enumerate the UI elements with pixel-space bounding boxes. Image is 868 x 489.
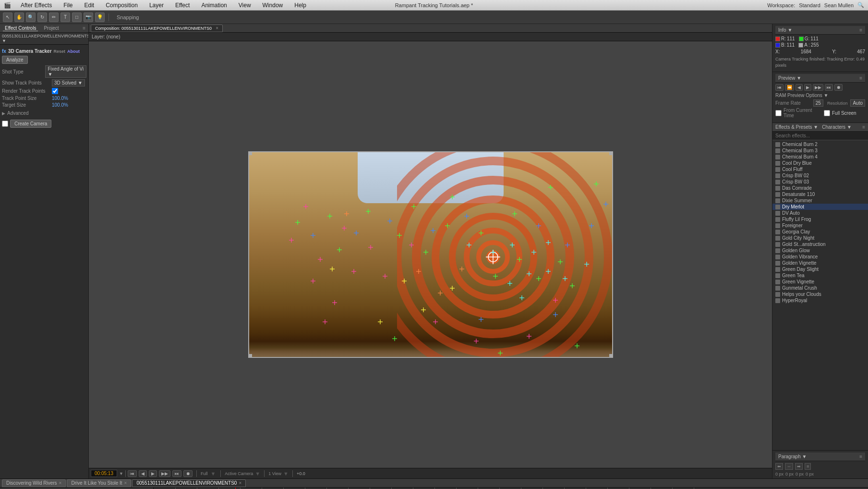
- btn-preview-prev[interactable]: ◀: [796, 84, 803, 91]
- effect-item-19[interactable]: Golden Vignette: [772, 260, 868, 266]
- tl-tab-close-1[interactable]: ×: [59, 480, 62, 486]
- shot-type-value[interactable]: Fixed Angle of Vi ▼: [45, 65, 86, 78]
- characters-title[interactable]: Characters ▼: [822, 124, 852, 130]
- tl-tab-drive-it[interactable]: Drive It Like You Stole It ×: [67, 479, 131, 487]
- btn-preview-loop[interactable]: ⏺: [834, 84, 843, 91]
- para-align-left[interactable]: ⬅: [775, 463, 783, 470]
- preview-transport[interactable]: ⏮ ⏪ ◀ ▶ ▶▶ ⏭ ⏺: [775, 84, 865, 91]
- btn-prev-frame[interactable]: ◀: [139, 470, 147, 477]
- workspace-value[interactable]: Standard: [799, 2, 820, 8]
- menu-animation[interactable]: Animation: [199, 2, 229, 9]
- tl-tab-wild-rivers[interactable]: Discovering Wild Rivers ×: [2, 479, 66, 487]
- btn-go-to-end[interactable]: ⏭: [172, 470, 181, 477]
- tool-camera[interactable]: 📷: [84, 12, 93, 22]
- active-camera-label[interactable]: Active Camera: [225, 471, 253, 476]
- advanced-label[interactable]: Advanced: [7, 110, 55, 116]
- menu-composition[interactable]: Composition: [104, 2, 140, 9]
- tl-tab-close-3[interactable]: ×: [239, 480, 241, 486]
- left-panel-menu[interactable]: ≡: [83, 25, 85, 31]
- show-track-points-value[interactable]: 3D Solved ▼: [52, 79, 85, 86]
- menu-after-effects[interactable]: After Effects: [19, 2, 54, 9]
- btn-preview-back[interactable]: ⏪: [785, 84, 794, 91]
- create-camera-btn[interactable]: Create Camera: [10, 120, 51, 128]
- target-size-value[interactable]: 100.0%: [52, 102, 68, 108]
- tl-tab-lake-powell[interactable]: 0055130111LAKEPOWELLENVIRONMENTS0 ×: [132, 479, 246, 487]
- btn-play[interactable]: ▶: [149, 470, 157, 477]
- btn-ram-preview[interactable]: ⏺: [183, 470, 193, 477]
- effect-item-18[interactable]: Golden Vibrance: [772, 254, 868, 260]
- tool-text[interactable]: T: [60, 12, 70, 22]
- tab-effect-controls[interactable]: Effect Controls: [3, 25, 38, 31]
- advanced-triangle[interactable]: ▶: [2, 111, 5, 116]
- zoom-controls[interactable]: +0.0: [297, 471, 305, 476]
- resolution-value[interactable]: Auto: [850, 99, 865, 107]
- menu-layer[interactable]: Layer: [147, 2, 166, 9]
- effect-item-4[interactable]: Cool Fluff: [772, 166, 868, 172]
- effect-item-13[interactable]: Foreigner: [772, 222, 868, 229]
- search-icon[interactable]: 🔍: [857, 2, 864, 8]
- effect-item-14[interactable]: Georgia Clay: [772, 229, 868, 235]
- effect-item-8[interactable]: Desaturate 110: [772, 191, 868, 197]
- from-current-checkbox[interactable]: [775, 110, 782, 116]
- tool-shape[interactable]: □: [72, 12, 82, 22]
- menu-edit[interactable]: Edit: [82, 2, 96, 9]
- effect-item-15[interactable]: Gold City Night: [772, 235, 868, 241]
- para-justify[interactable]: ≡: [805, 463, 811, 470]
- tool-move[interactable]: ✋: [14, 12, 24, 22]
- menu-help[interactable]: Help: [292, 2, 308, 9]
- effects-search-input[interactable]: [772, 132, 868, 140]
- render-track-checkbox[interactable]: [52, 88, 58, 94]
- menu-view[interactable]: View: [237, 2, 253, 9]
- effect-item-22[interactable]: Green Vignette: [772, 279, 868, 285]
- btn-preview-next[interactable]: ▶▶: [813, 84, 823, 91]
- effect-item-0[interactable]: Chemical Burn 2: [772, 141, 868, 147]
- create-camera-checkbox[interactable]: [2, 121, 8, 127]
- effect-item-20[interactable]: Green Day Slight: [772, 266, 868, 272]
- tool-zoom[interactable]: 🔍: [26, 12, 36, 22]
- ram-preview-options[interactable]: RAM Preview Options ▼: [775, 93, 865, 98]
- paragraph-menu[interactable]: ≡: [859, 454, 862, 459]
- effect-item-9[interactable]: Dixie Summer: [772, 197, 868, 204]
- btn-preview-start[interactable]: ⏮: [775, 84, 784, 91]
- effect-item-7[interactable]: Das Comrade: [772, 185, 868, 191]
- effect-item-3[interactable]: Cool Dry Blue: [772, 160, 868, 166]
- menu-effect[interactable]: Effect: [173, 2, 192, 9]
- btn-go-to-start[interactable]: ⏮: [128, 470, 137, 477]
- para-align-right[interactable]: ➡: [795, 463, 803, 470]
- view-label[interactable]: 1 View: [268, 471, 281, 476]
- btn-preview-end[interactable]: ⏭: [825, 84, 833, 91]
- effect-item-10[interactable]: Dry Merlot: [772, 204, 868, 210]
- full-screen-checkbox[interactable]: [824, 110, 830, 116]
- menu-window[interactable]: Window: [261, 2, 285, 9]
- tool-pen[interactable]: ✏: [49, 12, 59, 22]
- analyze-btn[interactable]: Analyze: [2, 56, 28, 64]
- effect-item-11[interactable]: DV Auto: [772, 210, 868, 216]
- effect-item-5[interactable]: Crisp BW 02: [772, 172, 868, 179]
- btn-next-frame[interactable]: ▶▶: [159, 470, 170, 477]
- tool-light[interactable]: 💡: [95, 12, 105, 22]
- effect-item-16[interactable]: Gold St...anstruction: [772, 241, 868, 247]
- comp-tab-close[interactable]: ×: [216, 25, 218, 31]
- effect-item-17[interactable]: Golden Glow: [772, 247, 868, 254]
- effects-title[interactable]: Effects & Presets ▼: [775, 124, 818, 130]
- para-align-center[interactable]: ↔: [785, 463, 793, 470]
- effect-item-2[interactable]: Chemical Burn 4: [772, 154, 868, 160]
- tl-tab-close-2[interactable]: ×: [124, 480, 127, 486]
- effect-item-23[interactable]: Gunmetal Crush: [772, 285, 868, 291]
- timecode-display[interactable]: 00:05:13: [91, 470, 117, 477]
- effect-item-25[interactable]: HyperRoyal: [772, 297, 868, 304]
- tab-project[interactable]: Project: [42, 25, 60, 31]
- comp-tab-main[interactable]: Composition: 0055130111LAKEPOWELLENVIRON…: [91, 24, 223, 32]
- effects-menu[interactable]: ≡: [862, 124, 865, 130]
- effect-item-21[interactable]: Green Tea: [772, 272, 868, 279]
- track-point-size-value[interactable]: 100.0%: [52, 96, 68, 101]
- preview-menu[interactable]: ≡: [859, 75, 862, 81]
- effect-item-6[interactable]: Crisp BW 03: [772, 179, 868, 185]
- effect-item-24[interactable]: Helps your Clouds: [772, 291, 868, 297]
- frame-rate-value[interactable]: 25: [813, 99, 823, 107]
- effect-item-12[interactable]: Fluffy Lil Frog: [772, 216, 868, 222]
- info-menu[interactable]: ≡: [859, 27, 862, 33]
- tool-select[interactable]: ↖: [3, 12, 12, 22]
- tool-rotate[interactable]: ↻: [37, 12, 47, 22]
- menu-file[interactable]: File: [61, 2, 74, 9]
